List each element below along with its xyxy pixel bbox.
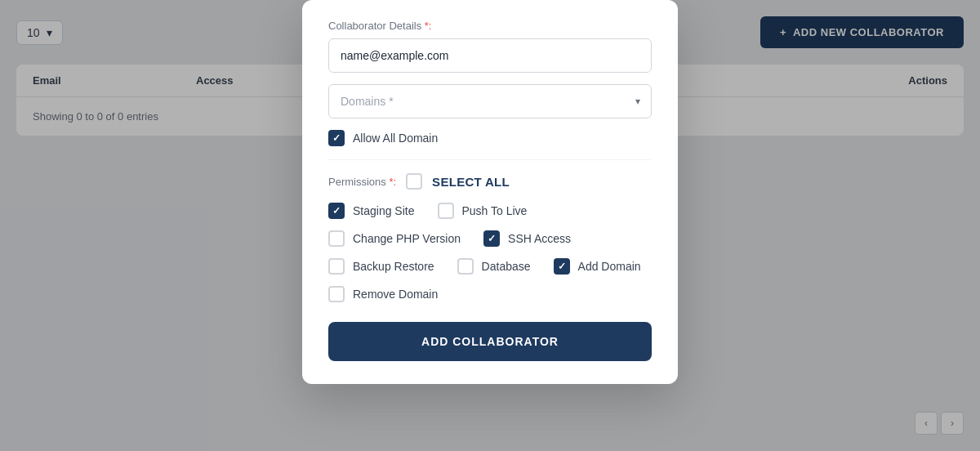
staging-checkbox[interactable]: [328, 203, 345, 219]
permissions-header: Permissions *: SELECT ALL: [328, 173, 652, 190]
backup-label: Backup Restore: [353, 260, 434, 273]
remove-domain-checkbox[interactable]: [328, 286, 345, 302]
permissions-label: Permissions *:: [328, 176, 396, 188]
divider: [328, 159, 652, 160]
required-marker: *:: [425, 20, 432, 32]
remove-domain-label: Remove Domain: [353, 288, 438, 301]
add-domain-checkbox[interactable]: [554, 258, 570, 275]
ssh-checkbox[interactable]: [483, 230, 500, 247]
allow-all-domain-label: Allow All Domain: [353, 132, 438, 145]
permission-push: Push To Live: [438, 203, 528, 219]
email-field[interactable]: [328, 38, 652, 73]
section-heading-text: Collaborator Details: [328, 20, 421, 32]
permission-staging: Staging Site: [328, 203, 415, 219]
modal-overlay: Collaborator Details *: Domains * ▾ Allo…: [0, 0, 980, 451]
domains-select[interactable]: Domains *: [328, 84, 652, 118]
submit-button-label: ADD COLLABORATOR: [421, 335, 559, 348]
permission-php: Change PHP Version: [328, 230, 461, 247]
php-label: Change PHP Version: [353, 232, 461, 245]
allow-all-domain-row: Allow All Domain: [328, 130, 652, 146]
permissions-row-2: Change PHP Version SSH Access: [328, 230, 652, 247]
staging-label: Staging Site: [353, 204, 415, 217]
domains-input-group: Domains * ▾: [328, 84, 652, 118]
permission-remove-domain: Remove Domain: [328, 286, 438, 302]
database-label: Database: [482, 260, 531, 273]
add-collaborator-submit-button[interactable]: ADD COLLABORATOR: [328, 322, 652, 361]
permissions-list: Staging Site Push To Live Change PHP Ver…: [328, 203, 652, 302]
php-checkbox[interactable]: [328, 230, 345, 247]
select-all-label: SELECT ALL: [432, 175, 510, 189]
domains-wrapper: Domains * ▾: [328, 84, 652, 118]
add-domain-label: Add Domain: [578, 260, 641, 273]
permission-add-domain: Add Domain: [554, 258, 641, 275]
push-label: Push To Live: [462, 204, 528, 217]
email-wrapper: [328, 38, 652, 73]
allow-all-domain-checkbox[interactable]: [328, 130, 345, 146]
permission-backup: Backup Restore: [328, 258, 434, 275]
ssh-label: SSH Access: [508, 232, 571, 245]
permission-database: Database: [457, 258, 531, 275]
permissions-row-4: Remove Domain: [328, 286, 652, 302]
select-all-checkbox[interactable]: [406, 173, 422, 190]
permissions-required: *:: [389, 176, 396, 188]
add-collaborator-modal: Collaborator Details *: Domains * ▾ Allo…: [302, 0, 678, 384]
permissions-row-1: Staging Site Push To Live: [328, 203, 652, 219]
push-checkbox[interactable]: [438, 203, 454, 219]
email-input-group: [328, 38, 652, 73]
permission-ssh: SSH Access: [483, 230, 571, 247]
database-checkbox[interactable]: [457, 258, 474, 275]
section-heading: Collaborator Details *:: [328, 20, 652, 32]
permissions-text: Permissions: [328, 176, 386, 188]
permissions-row-3: Backup Restore Database Add Domain: [328, 258, 652, 275]
backup-checkbox[interactable]: [328, 258, 345, 275]
